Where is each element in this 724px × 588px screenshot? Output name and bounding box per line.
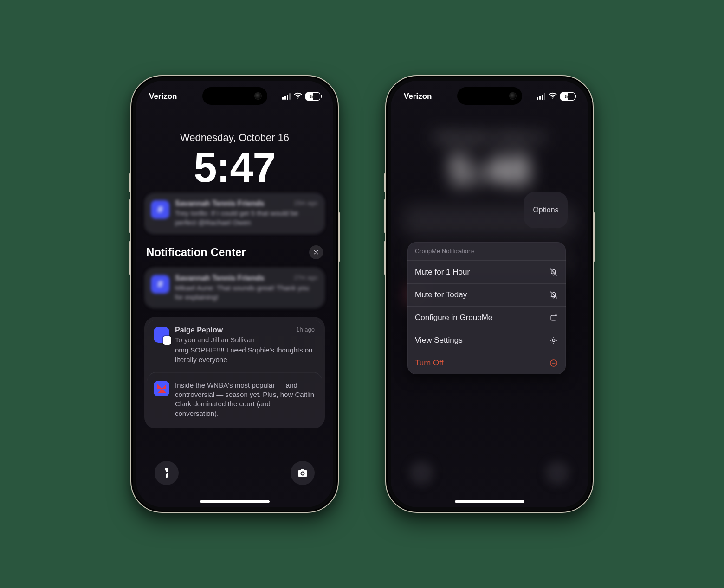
close-button[interactable] [309,245,323,259]
cellular-signal-icon [537,93,545,100]
camera-button[interactable] [291,461,315,485]
apple-news-app-icon [154,381,169,396]
camera-button[interactable] [545,461,569,485]
lock-date: Wednesday, October 16 [391,132,588,144]
svg-point-0 [297,97,298,98]
lock-date: Wednesday, October 16 [136,132,333,144]
phone-right: Verizon 52 Wednesday, October 16 5:48 [385,75,594,513]
flashlight-button[interactable] [409,461,433,485]
mute-today-option[interactable]: Mute for Today [407,283,566,306]
options-label: Options [533,206,558,214]
turn-off-option[interactable]: Turn Off [407,352,566,374]
notification-center-title: Notification Center [146,246,246,259]
notification-body: Mikael Aune: That sounds great! Thank yo… [175,283,317,302]
lock-time: 5:48 [391,147,588,194]
groupme-app-icon [151,275,169,294]
battery-label: 52 [310,94,315,99]
phone-volume-down [384,241,386,275]
svg-point-3 [555,314,557,316]
status-bar: Verizon 52 [136,89,333,104]
lock-screen: Verizon 52 Wednesday, October 16 5:47 [136,81,333,507]
option-label: Configure in GroupMe [415,313,492,322]
phone-side-button [338,212,340,262]
notification-title: Savannah Tennis Friends [175,199,265,208]
notification-time: 27m ago [294,274,317,282]
phone-volume-up [129,199,131,233]
notification-body: Trey Iorillo: If I could get 5 that woul… [175,209,317,228]
notification-time: 1h ago [296,326,315,334]
view-settings-option[interactable]: View Settings [407,329,566,352]
contact-avatar-icon [154,327,169,343]
notification-subtitle: To you and Jillian Sullivan [175,335,315,345]
notification-options-sheet: GroupMe Notifications Mute for 1 Hour Mu… [407,242,566,374]
mute-1-hour-option[interactable]: Mute for 1 Hour [407,261,566,283]
notification-card[interactable]: Inside the WNBA's most popular — and con… [147,372,322,425]
configure-in-app-option[interactable]: Configure in GroupMe [407,306,566,329]
option-label: View Settings [415,336,463,345]
svg-point-1 [552,97,553,98]
phone-volume-up [384,199,386,233]
options-button[interactable]: Options [524,192,568,228]
gear-icon [549,336,558,345]
notification-card[interactable]: Savannah Tennis Friends 27m ago Mikael A… [144,268,325,309]
notification-card[interactable]: Paige Peplow 1h ago To you and Jillian S… [147,320,322,371]
carrier-label: Verizon [404,92,432,101]
svg-rect-2 [551,315,556,320]
wifi-icon [548,91,557,102]
notification-body: Inside the WNBA's most popular — and con… [175,381,315,418]
cellular-signal-icon [282,93,291,100]
notification-stack[interactable]: Paige Peplow 1h ago To you and Jillian S… [144,317,325,428]
lock-screen-options: Verizon 52 Wednesday, October 16 5:48 [391,81,588,507]
bell-slash-icon [549,268,558,277]
notification-time: 15m ago [294,199,317,208]
notification-card[interactable]: Savannah Tennis Friends 15m ago Trey Ior… [144,193,325,234]
groupme-app-icon [151,200,169,219]
minus-circle-icon [549,358,558,368]
wifi-icon [293,91,303,102]
phone-side-button [593,212,595,262]
status-bar: Verizon 52 [391,89,588,104]
bell-slash-icon [549,290,558,300]
sheet-header: GroupMe Notifications [407,242,566,261]
notification-center-header: Notification Center [146,245,323,259]
notification-title: Paige Peplow [175,326,223,334]
home-indicator[interactable] [200,500,270,503]
notification-body: omg SOPHIE!!!! I need Sophie's thoughts … [175,345,315,364]
option-label: Turn Off [415,358,443,368]
open-app-icon [549,313,558,322]
home-indicator[interactable] [455,500,524,503]
phone-left: Verizon 52 Wednesday, October 16 5:47 [130,75,339,513]
lock-time: 5:47 [136,147,333,188]
battery-icon: 52 [560,92,575,101]
phone-mute-switch [129,173,131,192]
option-label: Mute for 1 Hour [415,268,470,277]
phone-volume-down [129,241,131,275]
phone-mute-switch [384,173,386,192]
battery-label: 52 [565,94,570,99]
option-label: Mute for Today [415,290,467,300]
battery-icon: 52 [305,92,320,101]
svg-point-4 [552,339,555,341]
flashlight-button[interactable] [155,461,179,485]
notification-title: Savannah Tennis Friends [175,274,265,282]
carrier-label: Verizon [149,92,177,101]
